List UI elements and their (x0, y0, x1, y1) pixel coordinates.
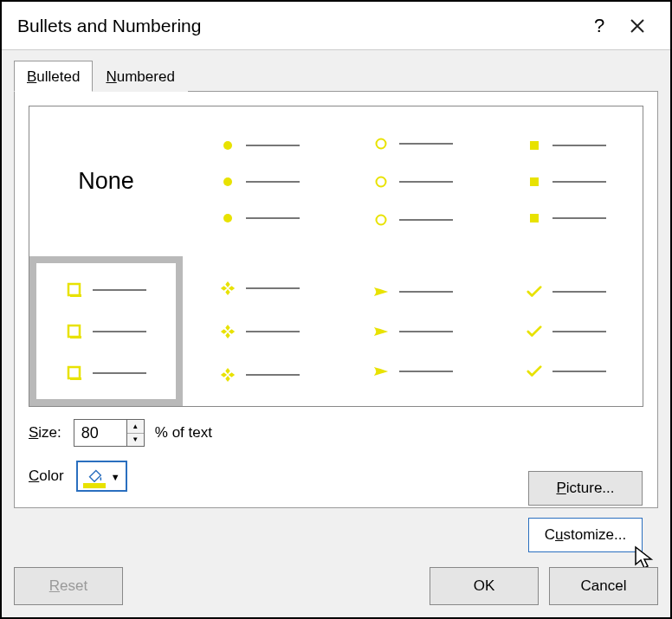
color-label: Color (29, 467, 64, 485)
filled-circle-icon (220, 177, 236, 187)
preview-line (246, 217, 300, 219)
preview-row (373, 176, 453, 188)
preview-line (246, 374, 300, 376)
preview-row (220, 177, 300, 187)
hollow-circle-icon (373, 176, 389, 188)
preview-line (552, 217, 606, 219)
bullet-option-hollow-square[interactable] (29, 256, 183, 406)
checkmark-icon (527, 325, 542, 339)
tab-numbered-label: N (106, 68, 116, 85)
bullet-option-four-diamonds[interactable] (183, 256, 336, 406)
hollow-circle-icon (373, 214, 389, 226)
preview-row (373, 214, 453, 226)
none-label: None (78, 168, 134, 195)
preview-line (552, 371, 606, 372)
dialog-title: Bullets and Numbering (17, 16, 580, 36)
preview-line (399, 219, 453, 221)
tab-bulleted-rest: ulleted (36, 68, 80, 85)
preview-row (527, 285, 606, 299)
preview-line (399, 143, 453, 145)
color-swatch (83, 483, 106, 488)
customize-button[interactable]: Customize... (528, 518, 643, 552)
preview-row (373, 364, 453, 378)
preview-line (552, 145, 606, 146)
bullet-option-hollow-circle[interactable] (336, 106, 489, 256)
svg-point-2 (223, 214, 232, 222)
tab-numbered-rest: umbered (117, 68, 175, 85)
paint-bucket-icon (85, 466, 104, 485)
hollow-square-icon (67, 365, 82, 381)
title-bar: Bullets and Numbering ? (2, 2, 670, 50)
preview-line (93, 289, 146, 291)
svg-point-0 (223, 141, 232, 150)
filled-square-icon (527, 213, 542, 223)
close-icon (630, 18, 645, 34)
checkmark-icon (527, 364, 542, 378)
preview-row (527, 213, 606, 223)
svg-rect-9 (68, 284, 80, 295)
preview-row (220, 213, 300, 223)
filled-square-icon (527, 177, 542, 187)
arrowhead-icon (373, 325, 389, 339)
svg-rect-10 (70, 294, 81, 297)
preview-row (220, 366, 300, 384)
preview-line (399, 331, 453, 332)
svg-rect-14 (70, 377, 81, 380)
preview-line (246, 181, 300, 183)
bullet-option-filled-circle[interactable] (183, 106, 336, 256)
bullet-style-grid: None (29, 106, 643, 407)
tab-numbered[interactable]: Numbered (93, 61, 187, 92)
svg-point-5 (376, 215, 385, 224)
preview-line (552, 291, 606, 293)
tab-panel-bulleted: None (14, 91, 658, 508)
preview-line (246, 331, 300, 332)
tab-bulleted-label: B (27, 68, 36, 85)
reset-button: Reset (14, 567, 123, 605)
size-spin-up[interactable]: ▲ (127, 420, 144, 434)
preview-line (246, 287, 300, 289)
ok-button[interactable]: OK (430, 567, 539, 605)
bullet-option-arrowhead[interactable] (336, 256, 489, 406)
preview-row (527, 177, 606, 187)
size-spinner[interactable]: ▲ ▼ (74, 419, 145, 447)
cancel-button[interactable]: Cancel (549, 567, 658, 605)
hollow-square-icon (67, 324, 82, 339)
svg-rect-8 (530, 214, 539, 222)
preview-line (552, 331, 606, 332)
svg-point-3 (376, 139, 385, 148)
bullet-option-none[interactable]: None (29, 106, 183, 256)
four-diamonds-icon (220, 280, 236, 297)
size-suffix: % of text (155, 424, 212, 442)
preview-row (220, 323, 300, 340)
size-input[interactable] (74, 420, 126, 446)
tab-bulleted[interactable]: Bulleted (14, 61, 93, 92)
svg-rect-11 (68, 326, 80, 337)
preview-line (93, 372, 146, 374)
four-diamonds-icon (220, 366, 236, 384)
help-button[interactable]: ? (580, 7, 618, 45)
svg-rect-12 (70, 336, 81, 339)
preview-row (527, 140, 606, 151)
picture-button[interactable]: Picture... (528, 471, 643, 506)
color-picker-button[interactable]: ▼ (76, 461, 127, 492)
preview-line (552, 181, 606, 183)
tab-bar: Bulleted Numbered (14, 61, 658, 92)
close-button[interactable] (618, 7, 656, 45)
svg-point-1 (223, 177, 232, 186)
preview-row (220, 140, 300, 151)
bullet-option-filled-square[interactable] (489, 106, 643, 256)
customize-button-rest: stomize... (564, 526, 627, 543)
preview-row (527, 364, 606, 378)
bullet-option-checkmark[interactable] (489, 256, 643, 406)
preview-line (93, 331, 146, 332)
size-row: Size: ▲ ▼ % of text (29, 407, 643, 447)
dialog-body: Bulleted Numbered None (2, 50, 670, 617)
svg-point-4 (376, 177, 385, 186)
size-spin-down[interactable]: ▼ (127, 434, 144, 447)
svg-rect-6 (530, 141, 539, 150)
chevron-down-icon: ▼ (111, 472, 120, 482)
picture-button-rest: icture... (566, 480, 615, 496)
hollow-square-icon (67, 282, 82, 298)
filled-square-icon (527, 140, 542, 151)
filled-circle-icon (220, 140, 236, 151)
